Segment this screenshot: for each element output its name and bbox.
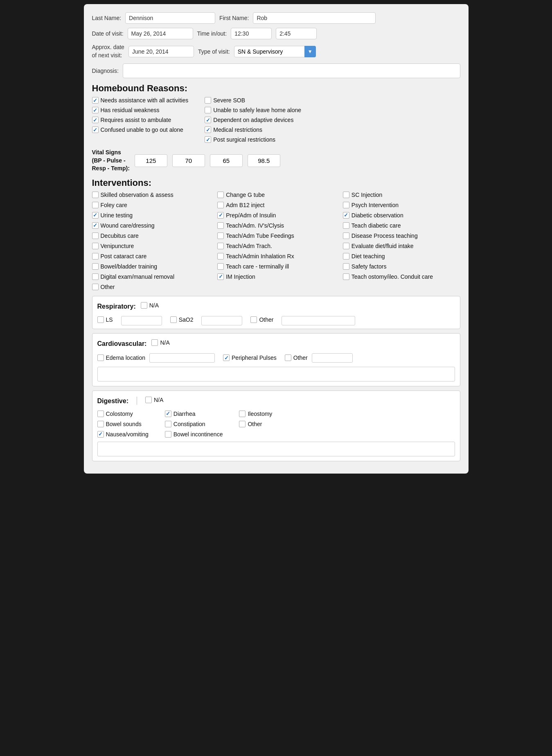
last-name-input[interactable] xyxy=(125,12,215,24)
cardiovascular-content: Edema location Peripheral Pulses Other xyxy=(97,353,455,364)
time-out-input[interactable] xyxy=(276,28,317,39)
int-col3-checkbox-7[interactable] xyxy=(343,263,349,270)
peripheral-checkbox[interactable] xyxy=(223,354,230,361)
dig-right-checkbox-0[interactable] xyxy=(239,411,246,417)
time-in-input[interactable] xyxy=(231,28,272,39)
homebound-right-checkbox-3[interactable] xyxy=(205,126,211,133)
int-col3-label-5: Evaluate diet/fluid intake xyxy=(351,243,414,249)
int-col1-checkbox-7[interactable] xyxy=(92,263,99,270)
interventions-col3: SC InjectionPsych InterventionDiabetic o… xyxy=(343,192,460,292)
dig-left-checkbox-0[interactable] xyxy=(97,411,104,417)
cardio-other-input[interactable] xyxy=(312,353,353,363)
cardio-other-checkbox[interactable] xyxy=(285,354,291,361)
homebound-left-checkbox-0[interactable] xyxy=(92,97,99,104)
int-col2-checkbox-1[interactable] xyxy=(217,202,224,208)
diagnosis-row: Diagnosis: xyxy=(92,63,460,78)
homebound-left-item-2: Requires assist to ambulate xyxy=(92,117,189,123)
dig-left-checkbox-2[interactable] xyxy=(97,431,104,438)
int-col3-checkbox-8[interactable] xyxy=(343,273,349,280)
int-col3-checkbox-3[interactable] xyxy=(343,222,349,229)
temp-input[interactable] xyxy=(248,154,280,167)
next-visit-label: Approx. dateof next visit: xyxy=(92,43,124,59)
dig-right-checkbox-1[interactable] xyxy=(239,421,246,427)
int-col3-label-8: Teach ostomy/ileo. Conduit care xyxy=(351,273,433,280)
edema-input[interactable] xyxy=(149,353,215,363)
dig-left-checkbox-1[interactable] xyxy=(97,421,104,427)
int-col1-checkbox-5[interactable] xyxy=(92,243,99,249)
homebound-left-checkbox-3[interactable] xyxy=(92,126,99,133)
homebound-right-col: Severe SOBUnable to safely leave home al… xyxy=(205,97,301,144)
int-col1-label-2: Urine testing xyxy=(101,212,133,219)
dig-middle-checkbox-2[interactable] xyxy=(165,431,171,438)
int-col2-checkbox-5[interactable] xyxy=(217,243,224,249)
edema-checkbox[interactable] xyxy=(97,354,104,361)
int-col2-checkbox-4[interactable] xyxy=(217,232,224,239)
int-col3-checkbox-4[interactable] xyxy=(343,232,349,239)
first-name-input[interactable] xyxy=(253,12,376,24)
int-col1-item-3: Wound care/dressing xyxy=(92,222,210,229)
homebound-right-checkbox-2[interactable] xyxy=(205,117,211,123)
int-col1-item-0: Skilled observation & assess xyxy=(92,192,210,198)
sao2-checkbox[interactable] xyxy=(170,316,177,323)
pulse-input[interactable] xyxy=(172,154,205,167)
cardiovascular-na-item: N/A xyxy=(151,339,169,346)
int-col1-checkbox-6[interactable] xyxy=(92,253,99,260)
int-col3-checkbox-2[interactable] xyxy=(343,212,349,219)
int-col1-checkbox-3[interactable] xyxy=(92,222,99,229)
respiratory-na-checkbox[interactable] xyxy=(141,302,147,309)
int-col2-checkbox-0[interactable] xyxy=(217,192,224,198)
int-col1-checkbox-1[interactable] xyxy=(92,202,99,208)
int-col2-checkbox-2[interactable] xyxy=(217,212,224,219)
homebound-left-checkbox-1[interactable] xyxy=(92,107,99,113)
int-col3-checkbox-6[interactable] xyxy=(343,253,349,260)
int-col1-label-1: Foley care xyxy=(101,202,127,208)
int-col1-checkbox-9[interactable] xyxy=(92,284,99,290)
homebound-left-checkbox-2[interactable] xyxy=(92,117,99,123)
sao2-input[interactable] xyxy=(201,316,242,325)
int-col3-checkbox-0[interactable] xyxy=(343,192,349,198)
bp-input[interactable] xyxy=(135,154,167,167)
int-col3-label-3: Teach diabetic care xyxy=(351,222,401,229)
int-col2-checkbox-8[interactable] xyxy=(217,273,224,280)
int-col3-item-6: Diet teaching xyxy=(343,253,460,260)
date-visit-input[interactable] xyxy=(128,28,193,39)
int-col1-item-4: Decubitus care xyxy=(92,232,210,239)
int-col2-checkbox-7[interactable] xyxy=(217,263,224,270)
dig-middle-item-0: Diarrhea xyxy=(165,411,223,417)
int-col1-checkbox-4[interactable] xyxy=(92,232,99,239)
cardiovascular-note[interactable] xyxy=(97,367,455,381)
homebound-right-checkbox-1[interactable] xyxy=(205,107,211,113)
digestive-na-checkbox[interactable] xyxy=(145,397,152,403)
int-col2-label-6: Teach/Admin Inhalation Rx xyxy=(226,253,294,260)
int-col2-checkbox-3[interactable] xyxy=(217,222,224,229)
dig-middle-checkbox-1[interactable] xyxy=(165,421,171,427)
ls-checkbox[interactable] xyxy=(97,316,104,323)
int-col3-checkbox-1[interactable] xyxy=(343,202,349,208)
diagnosis-input[interactable] xyxy=(123,63,460,78)
type-visit-label: Type of visit: xyxy=(198,48,230,55)
homebound-right-checkbox-0[interactable] xyxy=(205,97,211,104)
resp-other-input[interactable] xyxy=(282,316,355,325)
resp-input[interactable] xyxy=(210,154,243,167)
interventions-col1: Skilled observation & assessFoley careUr… xyxy=(92,192,210,292)
next-visit-input[interactable] xyxy=(128,46,194,57)
resp-other-checkbox[interactable] xyxy=(250,316,257,323)
homebound-left-item-3: Confused unable to go out alone xyxy=(92,126,189,133)
interventions-section: Interventions: Skilled observation & ass… xyxy=(92,178,460,292)
cardiovascular-na-checkbox[interactable] xyxy=(151,339,158,346)
digestive-note[interactable] xyxy=(97,442,455,456)
ls-input[interactable] xyxy=(121,316,162,325)
homebound-right-checkbox-4[interactable] xyxy=(205,136,211,143)
int-col3-checkbox-5[interactable] xyxy=(343,243,349,249)
cardiovascular-na-label: N/A xyxy=(160,339,169,346)
int-col1-checkbox-0[interactable] xyxy=(92,192,99,198)
int-col1-item-2: Urine testing xyxy=(92,212,210,219)
int-col2-checkbox-6[interactable] xyxy=(217,253,224,260)
cardiovascular-header: Cardiovascular: N/A xyxy=(97,337,455,350)
last-name-label: Last Name: xyxy=(92,15,122,21)
type-visit-select[interactable]: SN & Supervisory xyxy=(234,46,316,57)
int-col1-checkbox-2[interactable] xyxy=(92,212,99,219)
dig-middle-checkbox-0[interactable] xyxy=(165,411,171,417)
interventions-grid: Skilled observation & assessFoley careUr… xyxy=(92,192,460,292)
int-col1-checkbox-8[interactable] xyxy=(92,273,99,280)
